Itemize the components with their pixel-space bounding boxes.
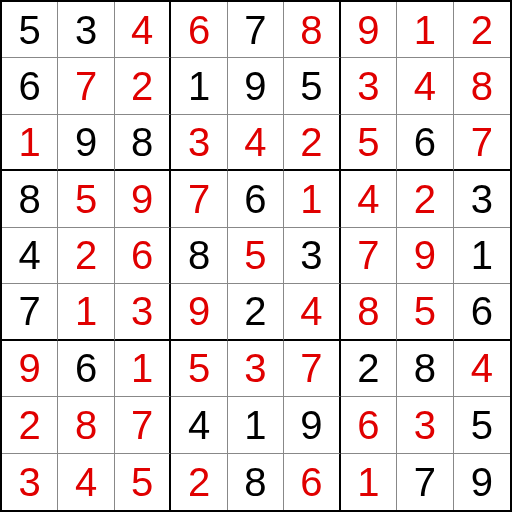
cell-r9-c2[interactable]: 4 [58,454,114,510]
cell-r1-c1[interactable]: 5 [2,2,58,58]
cell-r6-c3[interactable]: 3 [115,284,171,340]
cell-r6-c2[interactable]: 1 [58,284,114,340]
cell-r3-c5[interactable]: 4 [228,115,284,171]
cell-r8-c1[interactable]: 2 [2,397,58,453]
cell-r2-c3[interactable]: 2 [115,58,171,114]
cell-r7-c3[interactable]: 1 [115,341,171,397]
sudoku-grid: 5346789126721953481983425678597614234268… [0,0,512,512]
cell-r3-c3[interactable]: 8 [115,115,171,171]
cell-r1-c6[interactable]: 8 [284,2,340,58]
cell-r9-c3[interactable]: 5 [115,454,171,510]
cell-r5-c6[interactable]: 3 [284,228,340,284]
cell-r6-c5[interactable]: 2 [228,284,284,340]
cell-r2-c9[interactable]: 8 [454,58,510,114]
cell-r7-c7[interactable]: 2 [341,341,397,397]
cell-r6-c6[interactable]: 4 [284,284,340,340]
cell-r7-c1[interactable]: 9 [2,341,58,397]
cell-r9-c4[interactable]: 2 [171,454,227,510]
cell-r5-c7[interactable]: 7 [341,228,397,284]
cell-r2-c2[interactable]: 7 [58,58,114,114]
cell-r5-c9[interactable]: 1 [454,228,510,284]
cell-r4-c2[interactable]: 5 [58,171,114,227]
cell-r3-c7[interactable]: 5 [341,115,397,171]
cell-r8-c8[interactable]: 3 [397,397,453,453]
cell-r2-c8[interactable]: 4 [397,58,453,114]
cell-r2-c6[interactable]: 5 [284,58,340,114]
cell-r3-c2[interactable]: 9 [58,115,114,171]
cell-r4-c7[interactable]: 4 [341,171,397,227]
cell-r5-c2[interactable]: 2 [58,228,114,284]
cell-r2-c5[interactable]: 9 [228,58,284,114]
cell-r8-c3[interactable]: 7 [115,397,171,453]
cell-r8-c6[interactable]: 9 [284,397,340,453]
cell-r7-c5[interactable]: 3 [228,341,284,397]
cell-r3-c9[interactable]: 7 [454,115,510,171]
cell-r5-c1[interactable]: 4 [2,228,58,284]
cell-r5-c3[interactable]: 6 [115,228,171,284]
cell-r3-c1[interactable]: 1 [2,115,58,171]
cell-r2-c4[interactable]: 1 [171,58,227,114]
cell-r7-c2[interactable]: 6 [58,341,114,397]
cell-r1-c4[interactable]: 6 [171,2,227,58]
cell-r6-c8[interactable]: 5 [397,284,453,340]
cell-r4-c1[interactable]: 8 [2,171,58,227]
cell-r8-c5[interactable]: 1 [228,397,284,453]
cell-r1-c7[interactable]: 9 [341,2,397,58]
cell-r5-c4[interactable]: 8 [171,228,227,284]
cell-r5-c5[interactable]: 5 [228,228,284,284]
cell-r8-c7[interactable]: 6 [341,397,397,453]
cell-r2-c7[interactable]: 3 [341,58,397,114]
cell-r7-c9[interactable]: 4 [454,341,510,397]
cell-r4-c4[interactable]: 7 [171,171,227,227]
cell-r6-c4[interactable]: 9 [171,284,227,340]
cell-r1-c5[interactable]: 7 [228,2,284,58]
cell-r7-c4[interactable]: 5 [171,341,227,397]
cell-r3-c4[interactable]: 3 [171,115,227,171]
cell-r1-c8[interactable]: 1 [397,2,453,58]
cell-r1-c9[interactable]: 2 [454,2,510,58]
cell-r9-c5[interactable]: 8 [228,454,284,510]
cell-r6-c7[interactable]: 8 [341,284,397,340]
cell-r1-c2[interactable]: 3 [58,2,114,58]
cell-r8-c9[interactable]: 5 [454,397,510,453]
cell-r9-c9[interactable]: 9 [454,454,510,510]
cell-r6-c9[interactable]: 6 [454,284,510,340]
cell-r9-c7[interactable]: 1 [341,454,397,510]
cell-r5-c8[interactable]: 9 [397,228,453,284]
cell-r9-c6[interactable]: 6 [284,454,340,510]
cell-r4-c9[interactable]: 3 [454,171,510,227]
cell-r7-c6[interactable]: 7 [284,341,340,397]
cell-r2-c1[interactable]: 6 [2,58,58,114]
cell-r7-c8[interactable]: 8 [397,341,453,397]
cell-r6-c1[interactable]: 7 [2,284,58,340]
cell-r8-c4[interactable]: 4 [171,397,227,453]
cell-r1-c3[interactable]: 4 [115,2,171,58]
cell-r3-c6[interactable]: 2 [284,115,340,171]
cell-r3-c8[interactable]: 6 [397,115,453,171]
cell-r4-c5[interactable]: 6 [228,171,284,227]
cell-r4-c3[interactable]: 9 [115,171,171,227]
cell-r9-c1[interactable]: 3 [2,454,58,510]
cell-r9-c8[interactable]: 7 [397,454,453,510]
cell-r4-c6[interactable]: 1 [284,171,340,227]
cell-r8-c2[interactable]: 8 [58,397,114,453]
cell-r4-c8[interactable]: 2 [397,171,453,227]
